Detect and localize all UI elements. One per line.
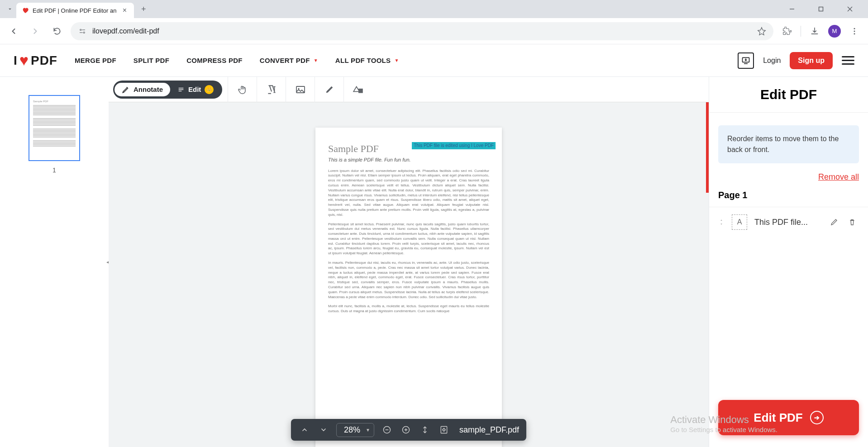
browser-tab[interactable]: Edit PDF | Online PDF Editor an × [16, 3, 134, 18]
edit-annotation-icon[interactable] [830, 218, 841, 226]
reload-button[interactable] [49, 23, 65, 39]
signup-button[interactable]: Sign up [790, 52, 833, 69]
browser-tab-strip: Edit PDF | Online PDF Editor an × + [0, 0, 868, 18]
caret-down-icon: ▼ [314, 58, 318, 63]
zoom-out-button[interactable] [381, 423, 393, 436]
panel-title: Edit PDF [709, 77, 868, 113]
shapes-tool-button[interactable] [343, 77, 372, 102]
text-annotation-icon: A [732, 214, 747, 230]
mode-switcher: Annotate Edit 👑 [113, 81, 222, 99]
nav-merge[interactable]: MERGE PDF [75, 57, 116, 64]
pencil-icon [122, 86, 130, 94]
nav-label: CONVERT PDF [260, 57, 310, 64]
cta-label: Edit PDF [754, 411, 802, 425]
zoom-in-button[interactable] [400, 423, 412, 436]
thumbnail-page-number: 1 [52, 166, 56, 174]
svg-rect-26 [441, 427, 447, 433]
viewer-bottom-bar: 28% ▼ sample_PDF.pdf [291, 419, 526, 441]
page-thumbnail[interactable]: Sample PDF [29, 95, 80, 161]
annotation-text: This PDF file... [754, 218, 823, 227]
page-viewport[interactable]: This PDF file is edited using I Love PDF… [109, 102, 709, 447]
annotation-item[interactable]: A This PDF file... [709, 207, 868, 237]
address-bar[interactable]: ilovepdf.com/edit-pdf [71, 22, 773, 40]
nav-split[interactable]: SPLIT PDF [134, 57, 169, 64]
svg-point-4 [80, 29, 81, 30]
doc-paragraph: Pellentesque sit amet lectus. Praesent p… [328, 222, 489, 257]
doc-paragraph: Morbi elit nunc, facilisis a, mollis a, … [328, 304, 489, 314]
edit-label: Edit [188, 86, 201, 93]
prev-page-button[interactable] [298, 423, 311, 436]
premium-crown-icon: 👑 [205, 85, 214, 94]
pan-tool-button[interactable] [228, 77, 257, 102]
arrow-right-icon: ➔ [810, 411, 824, 424]
editor-canvas: Annotate Edit 👑 This PDF file is edited … [109, 77, 709, 447]
zoom-level-select[interactable]: 28% ▼ [336, 423, 374, 437]
logo[interactable]: I ♥ PDF [14, 52, 57, 69]
minimize-icon[interactable] [783, 2, 801, 16]
window-controls [783, 2, 864, 16]
tab-title: Edit PDF | Online PDF Editor an [33, 7, 117, 14]
glyph: A [737, 218, 742, 226]
page-section-label: Page 1 [709, 186, 868, 207]
hamburger-menu-icon[interactable] [842, 56, 854, 65]
pdf-page[interactable]: This PDF file is edited using I Love PDF… [315, 128, 502, 447]
logo-text-suffix: PDF [31, 53, 57, 68]
edit-mode-button[interactable]: Edit 👑 [170, 82, 221, 97]
bookmark-icon[interactable] [757, 27, 766, 36]
signup-label: Sign up [798, 57, 825, 64]
nav-label: ALL PDF TOOLS [335, 57, 391, 64]
drag-handle-icon[interactable] [718, 218, 725, 227]
page-settings-button[interactable] [438, 423, 450, 436]
zoom-value: 28% [344, 425, 360, 434]
nav-all-tools[interactable]: ALL PDF TOOLS▼ [335, 57, 399, 64]
edit-pdf-cta-button[interactable]: Edit PDF ➔ [718, 400, 859, 435]
back-button[interactable] [5, 23, 22, 39]
caret-down-icon: ▼ [394, 58, 399, 63]
filename-label: sample_PDF.pdf [459, 425, 519, 435]
right-panel: Edit PDF Reorder items to move them to t… [709, 77, 868, 447]
heart-icon [22, 7, 29, 14]
svg-point-8 [854, 28, 855, 29]
tab-search-dropdown[interactable] [4, 3, 16, 15]
maximize-icon[interactable] [812, 2, 830, 16]
nav-convert[interactable]: CONVERT PDF▼ [260, 57, 318, 64]
svg-point-27 [443, 429, 445, 431]
fit-height-button[interactable] [419, 423, 431, 436]
doc-paragraph: In mauris. Pellentesque dui nisi, iaculi… [328, 261, 489, 300]
heart-icon: ♥ [19, 52, 29, 69]
close-icon[interactable]: × [121, 6, 129, 14]
annotate-mode-button[interactable]: Annotate [114, 83, 170, 96]
annotate-label: Annotate [134, 86, 163, 93]
new-tab-button[interactable]: + [141, 5, 146, 14]
login-label: Login [763, 57, 781, 64]
text-tool-button[interactable] [257, 77, 286, 102]
delete-annotation-icon[interactable] [848, 218, 859, 226]
nav-compress[interactable]: COMPRESS PDF [186, 57, 243, 64]
window-close-icon[interactable] [841, 2, 859, 16]
image-tool-button[interactable] [286, 77, 315, 102]
doc-paragraph: Lorem ipsum dolor sit amet, consectetuer… [328, 169, 489, 218]
draw-tool-button[interactable] [315, 77, 343, 102]
download-desktop-icon[interactable] [738, 52, 754, 69]
info-banner: Reorder items to move them to the back o… [718, 125, 859, 163]
main-area: Sample PDF 1 ◀ Annotate Edit 👑 [0, 77, 868, 447]
site-settings-icon[interactable] [78, 27, 87, 36]
kebab-menu-icon[interactable] [846, 23, 863, 39]
editor-toolbar: Annotate Edit 👑 [109, 77, 709, 102]
svg-point-10 [854, 33, 855, 34]
login-link[interactable]: Login [763, 57, 781, 65]
profile-avatar[interactable]: M [828, 25, 841, 38]
svg-point-9 [854, 30, 855, 32]
highlighted-annotation[interactable]: This PDF file is edited using I Love PDF [412, 142, 496, 149]
browser-toolbar: ilovepdf.com/edit-pdf M [0, 18, 868, 44]
nav-label: MERGE PDF [75, 57, 116, 64]
remove-all-link[interactable]: Remove all [818, 172, 859, 181]
downloads-icon[interactable] [806, 23, 823, 39]
forward-button[interactable] [27, 23, 43, 39]
thumbnail-panel: Sample PDF 1 [0, 77, 109, 447]
extensions-icon[interactable] [779, 23, 795, 39]
remove-all-container: Remove all [709, 172, 868, 186]
url-text: ilovepdf.com/edit-pdf [92, 27, 752, 35]
nav-label: COMPRESS PDF [186, 57, 243, 64]
next-page-button[interactable] [317, 423, 330, 436]
